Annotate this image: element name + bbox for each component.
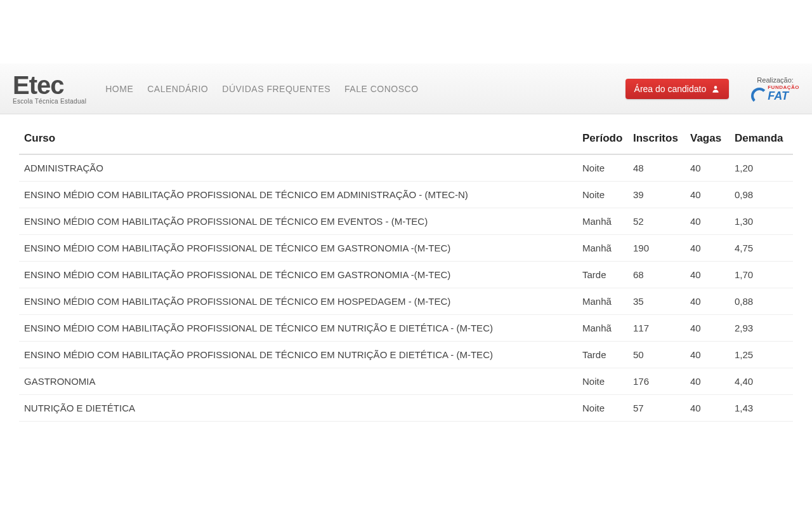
fat-main: FAT [768, 90, 799, 102]
cell-demanda: 1,25 [730, 342, 793, 368]
cell-vagas: 40 [685, 368, 730, 395]
nav-fale-conosco[interactable]: FALE CONOSCO [344, 84, 418, 94]
cell-demanda: 1,43 [730, 395, 793, 422]
table-row: NUTRIÇÃO E DIETÉTICANoite57401,43 [19, 395, 793, 422]
nav-duvidas[interactable]: DÚVIDAS FREQUENTES [222, 84, 331, 94]
cell-demanda: 1,20 [730, 154, 793, 182]
cell-periodo: Manhã [577, 208, 628, 235]
cell-vagas: 40 [685, 342, 730, 368]
cell-vagas: 40 [685, 154, 730, 182]
logo-main: Etec [13, 72, 86, 98]
cell-demanda: 4,75 [730, 235, 793, 262]
cell-curso: ENSINO MÉDIO COM HABILITAÇÃO PROFISSIONA… [19, 262, 577, 288]
th-curso: Curso [19, 126, 577, 154]
cell-inscritos: 176 [628, 368, 685, 395]
user-icon [711, 84, 720, 93]
svg-point-0 [714, 86, 717, 89]
site-header: Etec Escola Técnica Estadual HOME CALEND… [0, 64, 812, 114]
cell-curso: NUTRIÇÃO E DIETÉTICA [19, 395, 577, 422]
realizacao-block: Realização: FUNDAÇÃO FAT [751, 76, 799, 102]
cell-periodo: Manhã [577, 235, 628, 262]
table-row: ENSINO MÉDIO COM HABILITAÇÃO PROFISSIONA… [19, 342, 793, 368]
table-row: ENSINO MÉDIO COM HABILITAÇÃO PROFISSIONA… [19, 235, 793, 262]
cell-demanda: 2,93 [730, 315, 793, 342]
cell-demanda: 0,88 [730, 288, 793, 315]
cell-demanda: 1,70 [730, 262, 793, 288]
nav-home[interactable]: HOME [105, 84, 133, 94]
cell-inscritos: 52 [628, 208, 685, 235]
cell-curso: GASTRONOMIA [19, 368, 577, 395]
cell-inscritos: 57 [628, 395, 685, 422]
cell-inscritos: 117 [628, 315, 685, 342]
cell-vagas: 40 [685, 395, 730, 422]
cell-demanda: 1,30 [730, 208, 793, 235]
cell-inscritos: 50 [628, 342, 685, 368]
cell-inscritos: 35 [628, 288, 685, 315]
table-row: ENSINO MÉDIO COM HABILITAÇÃO PROFISSIONA… [19, 262, 793, 288]
fat-logo: FUNDAÇÃO FAT [751, 85, 799, 102]
cell-inscritos: 39 [628, 182, 685, 208]
table-row: GASTRONOMIANoite176404,40 [19, 368, 793, 395]
cell-periodo: Noite [577, 395, 628, 422]
content-area: Curso Período Inscritos Vagas Demanda AD… [0, 114, 812, 433]
table-row: ENSINO MÉDIO COM HABILITAÇÃO PROFISSIONA… [19, 315, 793, 342]
cell-inscritos: 48 [628, 154, 685, 182]
cell-vagas: 40 [685, 208, 730, 235]
cell-curso: ENSINO MÉDIO COM HABILITAÇÃO PROFISSIONA… [19, 182, 577, 208]
cell-inscritos: 68 [628, 262, 685, 288]
cell-curso: ENSINO MÉDIO COM HABILITAÇÃO PROFISSIONA… [19, 342, 577, 368]
logo-sub: Escola Técnica Estadual [13, 98, 86, 105]
cell-vagas: 40 [685, 182, 730, 208]
cell-periodo: Manhã [577, 315, 628, 342]
cell-vagas: 40 [685, 288, 730, 315]
cell-periodo: Tarde [577, 262, 628, 288]
cell-periodo: Noite [577, 154, 628, 182]
main-nav: HOME CALENDÁRIO DÚVIDAS FREQUENTES FALE … [105, 84, 625, 94]
cell-inscritos: 190 [628, 235, 685, 262]
courses-table: Curso Período Inscritos Vagas Demanda AD… [19, 126, 793, 422]
nav-calendario[interactable]: CALENDÁRIO [147, 84, 208, 94]
candidate-area-button[interactable]: Área do candidato [625, 79, 730, 99]
cell-periodo: Tarde [577, 342, 628, 368]
cell-curso: ENSINO MÉDIO COM HABILITAÇÃO PROFISSIONA… [19, 315, 577, 342]
cell-vagas: 40 [685, 262, 730, 288]
cell-curso: ADMINISTRAÇÃO [19, 154, 577, 182]
cell-periodo: Manhã [577, 288, 628, 315]
realizacao-label: Realização: [757, 76, 793, 84]
th-inscritos: Inscritos [628, 126, 685, 154]
cell-periodo: Noite [577, 368, 628, 395]
cell-periodo: Noite [577, 182, 628, 208]
etec-logo: Etec Escola Técnica Estadual [13, 72, 86, 105]
candidate-area-label: Área do candidato [634, 84, 707, 94]
table-row: ENSINO MÉDIO COM HABILITAÇÃO PROFISSIONA… [19, 288, 793, 315]
table-row: ENSINO MÉDIO COM HABILITAÇÃO PROFISSIONA… [19, 182, 793, 208]
table-row: ADMINISTRAÇÃONoite48401,20 [19, 154, 793, 182]
cell-curso: ENSINO MÉDIO COM HABILITAÇÃO PROFISSIONA… [19, 288, 577, 315]
cell-vagas: 40 [685, 315, 730, 342]
cell-demanda: 4,40 [730, 368, 793, 395]
cell-curso: ENSINO MÉDIO COM HABILITAÇÃO PROFISSIONA… [19, 235, 577, 262]
th-vagas: Vagas [685, 126, 730, 154]
cell-vagas: 40 [685, 235, 730, 262]
th-demanda: Demanda [730, 126, 793, 154]
table-row: ENSINO MÉDIO COM HABILITAÇÃO PROFISSIONA… [19, 208, 793, 235]
cell-demanda: 0,98 [730, 182, 793, 208]
th-periodo: Período [577, 126, 628, 154]
fat-swirl-icon [751, 88, 765, 99]
cell-curso: ENSINO MÉDIO COM HABILITAÇÃO PROFISSIONA… [19, 208, 577, 235]
